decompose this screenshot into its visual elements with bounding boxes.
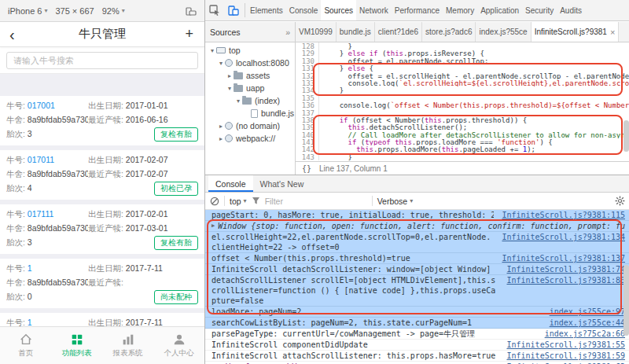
cow-no-link[interactable]: 017111: [28, 209, 53, 219]
tree-item-webpack-[interactable]: ▸webpack://: [205, 132, 295, 145]
status-badge-button[interactable]: 复检有胎: [154, 127, 198, 142]
line-number[interactable]: 132: [296, 72, 319, 79]
tree-item-assets[interactable]: ▸assets: [205, 69, 295, 82]
scrollbar-thumb[interactable]: [623, 265, 629, 336]
navigator-tab-sources[interactable]: Sources: [210, 28, 241, 37]
console-message-list[interactable]: pageStart: 0, hasMore: true, initialLoad…: [205, 210, 629, 364]
tree-item-uapp[interactable]: ▾uapp: [205, 82, 295, 94]
tab-performance[interactable]: Performance: [392, 0, 443, 20]
tab-item-home[interactable]: 首页: [0, 327, 51, 364]
code-viewer[interactable]: 128 }129 } else if (this.props.isReverse…: [296, 42, 629, 161]
tree-item-bundle-js[interactable]: bundle.js: [205, 107, 295, 119]
line-number[interactable]: 136: [296, 101, 319, 108]
file-tab[interactable]: bundle.js: [337, 22, 375, 42]
tab-sources[interactable]: Sources: [321, 0, 356, 20]
clear-console-icon[interactable]: [210, 197, 219, 206]
console-message[interactable]: searchCowListByList: pageNum=2, this.sta…: [205, 318, 629, 329]
console-message[interactable]: InfiniteScroll detachScrollListener: win…: [205, 264, 629, 275]
line-number[interactable]: 137: [296, 109, 319, 116]
line-number[interactable]: 140: [296, 131, 319, 138]
source-location-link[interactable]: InfiniteScroll.js?9381:55: [506, 340, 625, 350]
cow-no-link[interactable]: 1: [28, 263, 32, 273]
console-message[interactable]: offset < Number(this.props.threshold)=tr…: [205, 253, 629, 264]
editor-scrollbar[interactable]: [623, 46, 629, 148]
file-tab[interactable]: InfiniteScroll.js?9381×: [532, 22, 620, 42]
line-number[interactable]: 139: [296, 123, 319, 131]
console-message[interactable]: ▶Window {stop: function, open: function,…: [205, 221, 629, 232]
cow-no-link[interactable]: 1: [28, 318, 32, 326]
console-message[interactable]: InfiniteScroll attachScrollListener: thi…: [205, 351, 629, 362]
file-tab[interactable]: store.js?adc6: [422, 22, 476, 42]
source-location-link[interactable]: InfiniteScroll.js?9381:80: [506, 275, 625, 285]
tab-audits[interactable]: Audits: [557, 0, 585, 20]
line-number[interactable]: 142: [296, 145, 319, 153]
status-badge-button[interactable]: 初检已孕: [154, 182, 198, 196]
tree-item--no-domain-[interactable]: ▸(no domain): [205, 119, 295, 132]
tab-network[interactable]: Network: [356, 0, 392, 20]
drawer-tab-what-s-new[interactable]: What's New: [253, 175, 311, 192]
line-number[interactable]: 129: [296, 50, 319, 57]
line-number[interactable]: 134: [296, 86, 319, 94]
pretty-print-icon[interactable]: {}: [302, 164, 311, 173]
device-toolbar-toggle-icon[interactable]: [224, 0, 243, 20]
console-message[interactable]: InfiniteScroll componentDidUpdateInfinit…: [205, 340, 629, 351]
close-icon[interactable]: ×: [610, 28, 615, 37]
source-location-link[interactable]: index.js?55ce:97: [550, 307, 625, 317]
zoom-select[interactable]: 92% ▾: [102, 6, 125, 16]
source-location-link[interactable]: InfiniteScroll.js?9381:74: [506, 264, 625, 274]
cow-no-link[interactable]: 017011: [28, 155, 54, 164]
tab-item-grid[interactable]: 功能列表: [51, 327, 102, 364]
tab-item-user[interactable]: 个人中心: [153, 327, 204, 364]
line-number[interactable]: 133: [296, 79, 319, 86]
tab-console[interactable]: Console: [286, 0, 322, 20]
tab-memory[interactable]: Memory: [443, 0, 477, 20]
cow-no-link[interactable]: 017001: [28, 101, 55, 110]
file-tab[interactable]: index.js?55ce: [476, 22, 531, 42]
status-badge-button[interactable]: 复检有胎: [154, 236, 198, 250]
line-number[interactable]: 141: [296, 138, 319, 145]
source-location-link[interactable]: InfiniteScroll.js?9381:134: [502, 232, 625, 242]
drawer-tab-console[interactable]: Console: [208, 175, 253, 192]
filter-icon[interactable]: [252, 197, 260, 205]
scrollbar-thumb[interactable]: [623, 120, 629, 152]
line-number[interactable]: 130: [296, 57, 319, 64]
search-input[interactable]: [6, 52, 198, 69]
tab-application[interactable]: Application: [477, 0, 522, 20]
console-filter-input[interactable]: [265, 197, 367, 206]
tree-item--index-[interactable]: ▾(index): [205, 94, 295, 107]
source-location-link[interactable]: index.js?55ce:44: [550, 318, 625, 328]
console-message[interactable]: el.scrollHeight=22,el.parentNode.scrollT…: [205, 232, 629, 253]
inspect-element-icon[interactable]: [205, 0, 224, 20]
console-message[interactable]: pageStart: 0, hasMore: true, initialLoad…: [205, 210, 629, 221]
tab-item-chart[interactable]: 报表系统: [102, 327, 153, 364]
line-number[interactable]: 131: [296, 64, 319, 72]
gear-icon[interactable]: [615, 196, 625, 206]
source-location-link[interactable]: InfiniteScroll.js?9381:59: [506, 351, 625, 361]
source-location-link[interactable]: InfiniteScroll.js?9381:115: [502, 210, 625, 220]
tab-security[interactable]: Security: [522, 0, 557, 20]
tree-item-top[interactable]: ▾top: [205, 44, 295, 57]
more-tabs-icon[interactable]: »: [285, 28, 290, 37]
console-message[interactable]: detachScrollListener scrollEl=[object HT…: [205, 275, 629, 307]
source-location-link[interactable]: InfiniteScroll.js?9381:137: [502, 253, 625, 263]
console-message[interactable]: loadMore: pageNum=2index.js?55ce:97: [205, 307, 629, 318]
line-number[interactable]: 128: [296, 42, 319, 50]
expand-icon[interactable]: ▶: [212, 221, 215, 231]
console-message[interactable]: parsePageType: currentUrl=/cowManagement…: [205, 329, 629, 340]
log-level-selector[interactable]: Verbose ▾: [377, 197, 414, 206]
status-badge-button[interactable]: 尚未配种: [154, 290, 198, 304]
add-icon[interactable]: +: [174, 26, 204, 42]
file-tab[interactable]: client?1de6: [375, 22, 422, 42]
line-number[interactable]: 143: [296, 153, 319, 160]
tab-elements[interactable]: Elements: [247, 0, 286, 20]
line-number[interactable]: 138: [296, 116, 319, 123]
source-location-link[interactable]: index.js?75c2a:60: [545, 329, 625, 339]
tree-item-localhost-8080[interactable]: ▾localhost:8080: [205, 57, 295, 69]
rotate-icon[interactable]: [186, 6, 197, 16]
device-select[interactable]: iPhone 6 ▾: [8, 6, 47, 16]
console-scrollbar[interactable]: [623, 241, 629, 359]
line-number[interactable]: 135: [296, 94, 319, 101]
context-selector[interactable]: top ▾: [230, 197, 247, 206]
app-header: ‹ 牛只管理 +: [0, 22, 204, 47]
file-tab[interactable]: VM10999: [296, 22, 337, 42]
